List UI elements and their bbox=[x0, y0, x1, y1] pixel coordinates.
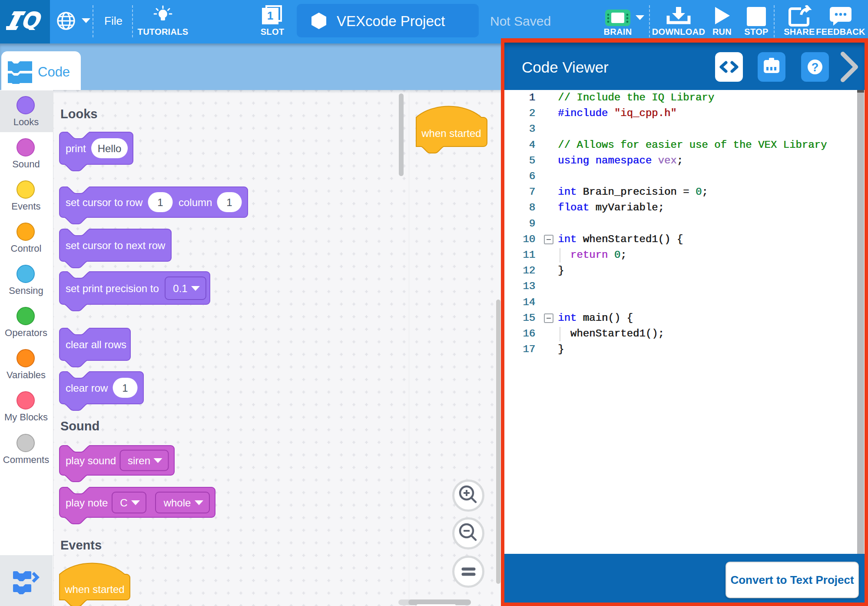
svg-text:1: 1 bbox=[267, 9, 273, 22]
svg-text:clear row: clear row bbox=[66, 382, 108, 394]
svg-text:?: ? bbox=[812, 61, 819, 74]
svg-text:whole: whole bbox=[163, 497, 191, 509]
svg-text:set cursor to row: set cursor to row bbox=[66, 196, 143, 208]
svg-text:1: 1 bbox=[157, 196, 163, 208]
svg-text:clear all rows: clear all rows bbox=[66, 339, 126, 350]
svg-text:when started: when started bbox=[421, 127, 481, 139]
svg-text:1: 1 bbox=[226, 196, 232, 208]
svg-text:Hello: Hello bbox=[98, 143, 122, 154]
svg-text:column: column bbox=[179, 196, 212, 208]
svg-text:when started: when started bbox=[64, 583, 124, 595]
svg-text:set print precision to: set print precision to bbox=[66, 283, 159, 294]
svg-text:play sound: play sound bbox=[66, 455, 116, 466]
svg-text:1: 1 bbox=[122, 382, 128, 394]
svg-text:set cursor to next row: set cursor to next row bbox=[66, 240, 166, 251]
svg-text:C: C bbox=[120, 497, 127, 509]
svg-text:play note: play note bbox=[66, 497, 108, 509]
svg-text:print: print bbox=[66, 143, 86, 154]
svg-text:0.1: 0.1 bbox=[173, 283, 187, 294]
svg-text:siren: siren bbox=[128, 455, 150, 466]
